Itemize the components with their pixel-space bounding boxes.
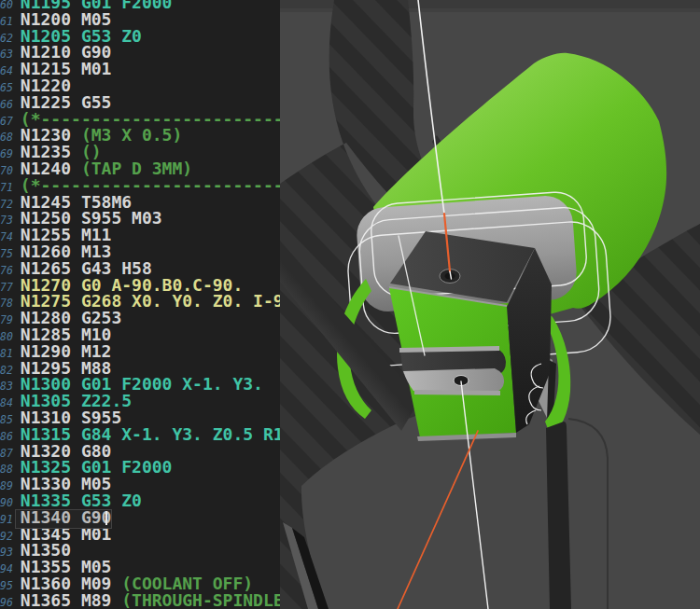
code-rows: 60N1195 G01 F200061N1200 M0562N1205 G53 … <box>0 0 280 608</box>
line-number: 89 <box>0 478 13 495</box>
line-number: 70 <box>0 163 13 180</box>
line-number: 63 <box>0 47 13 63</box>
line-number: 76 <box>0 263 13 280</box>
line-number: 90 <box>0 495 13 512</box>
line-number: 71 <box>0 180 13 197</box>
line-number: 60 <box>0 0 13 14</box>
line-number: 79 <box>0 312 13 329</box>
line-number: 67 <box>0 114 13 131</box>
code-line[interactable]: 96N1365 M89 (THROUGH-SPINDLE COOLANT <box>0 592 280 609</box>
line-number: 72 <box>0 197 13 214</box>
line-number: 74 <box>0 229 13 246</box>
cnc-app-window: 60N1195 G01 F200061N1200 M0562N1205 G53 … <box>0 0 700 609</box>
line-number: 86 <box>0 429 13 446</box>
text-cursor <box>105 511 107 525</box>
simulation-3d-viewport[interactable] <box>280 0 700 609</box>
code-text: N1365 M89 (THROUGH-SPINDLE COOLANT <box>13 592 280 609</box>
line-number: 62 <box>0 31 13 48</box>
line-number: 64 <box>0 63 13 80</box>
line-number: 96 <box>0 595 13 609</box>
line-number: 73 <box>0 213 13 229</box>
line-number: 68 <box>0 130 13 146</box>
line-number: 61 <box>0 14 13 31</box>
line-number: 88 <box>0 462 13 478</box>
line-number: 82 <box>0 363 13 380</box>
line-number: 75 <box>0 246 13 263</box>
line-number: 87 <box>0 446 13 463</box>
line-number: 81 <box>0 346 13 363</box>
line-number: 84 <box>0 395 13 412</box>
line-number: 65 <box>0 80 13 97</box>
line-number: 93 <box>0 545 13 561</box>
line-number: 94 <box>0 561 13 578</box>
line-number: 78 <box>0 296 13 312</box>
line-number: 66 <box>0 97 13 114</box>
line-number: 69 <box>0 146 13 163</box>
gcode-editor[interactable]: 60N1195 G01 F200061N1200 M0562N1205 G53 … <box>0 0 280 609</box>
line-number: 95 <box>0 578 13 595</box>
line-number: 85 <box>0 412 13 429</box>
line-number: 92 <box>0 529 13 546</box>
line-number: 77 <box>0 280 13 297</box>
line-number: 80 <box>0 329 13 346</box>
line-number: 83 <box>0 379 13 395</box>
line-number: 91 <box>0 512 13 529</box>
